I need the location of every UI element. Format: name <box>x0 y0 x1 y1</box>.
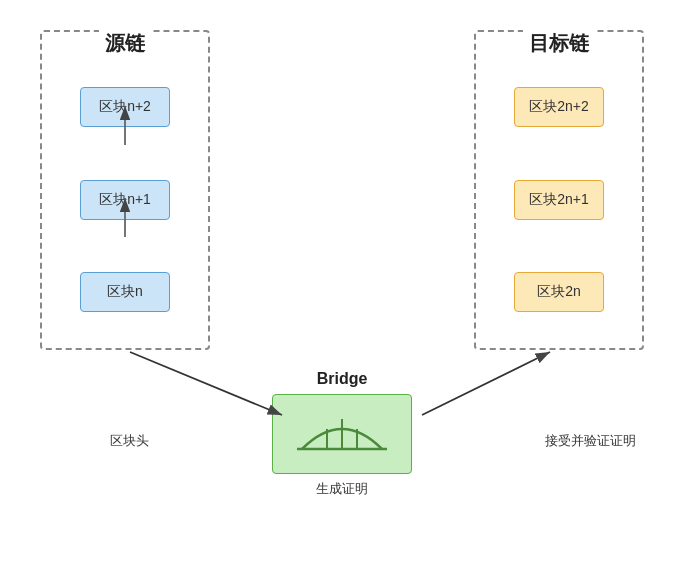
target-chain-label: 目标链 <box>523 30 595 57</box>
block-2n2: 区块2n+2 <box>514 87 604 127</box>
arrow-label-left: 区块头 <box>110 432 149 450</box>
source-chain-box: 源链 区块n+2 区块n+1 区块n <box>40 30 210 350</box>
block-n: 区块n <box>80 272 170 312</box>
block-2n1: 区块2n+1 <box>514 180 604 220</box>
svg-line-9 <box>422 352 550 415</box>
bridge-container: Bridge 生成证明 <box>262 370 422 498</box>
main-diagram: 源链 区块n+2 区块n+1 区块n 目标链 区块2n+2 区块2n+1 区块2… <box>0 0 684 575</box>
block-n2: 区块n+2 <box>80 87 170 127</box>
svg-line-8 <box>130 352 282 415</box>
bridge-arch-icon <box>292 409 392 459</box>
bridge-caption: 生成证明 <box>262 480 422 498</box>
block-2n: 区块2n <box>514 272 604 312</box>
arrow-label-right: 接受并验证证明 <box>545 432 636 450</box>
bridge-box <box>272 394 412 474</box>
target-chain-box: 目标链 区块2n+2 区块2n+1 区块2n <box>474 30 644 350</box>
block-n1: 区块n+1 <box>80 180 170 220</box>
source-chain-label: 源链 <box>99 30 151 57</box>
bridge-label: Bridge <box>262 370 422 388</box>
